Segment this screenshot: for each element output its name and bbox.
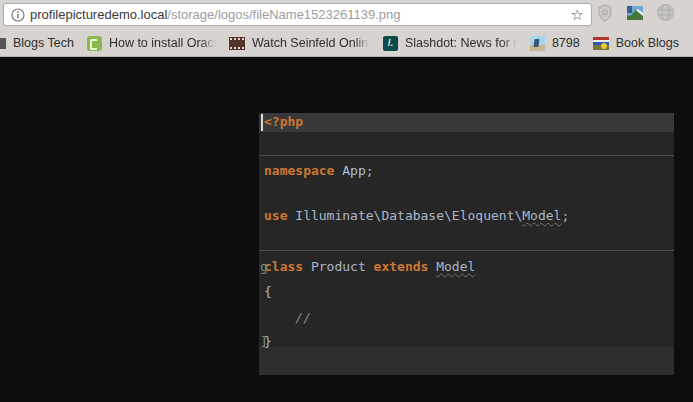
bookmark-label: Book Blogs (616, 36, 679, 50)
bookmark-8798[interactable]: 8798 (530, 36, 580, 51)
square-favicon-icon (0, 38, 6, 49)
code-line-4: { (264, 283, 674, 301)
bookmark-how-to-install-oracle[interactable]: How to install Oracle (87, 36, 216, 51)
bookmark-slashdot-news[interactable]: /.Slashdot: News for n (383, 36, 517, 51)
url-host: profilepicturedemo.local (30, 7, 167, 22)
bookmark-label: Slashdot: News for n (405, 36, 517, 50)
code-line-3: gclass Product extends Model (264, 258, 674, 276)
bookmark-blogs-tech[interactable]: Blogs Tech (0, 36, 74, 50)
url-text[interactable]: profilepicturedemo.local/storage/logos/f… (30, 7, 401, 22)
code-image: <?phpnamespace App;use Illuminate\Databa… (259, 113, 674, 375)
clipped-text-fragment: g (260, 258, 268, 276)
bookmark-label: Watch Seinfeld Onlin (252, 36, 370, 50)
stripes-favicon-icon (593, 37, 609, 50)
film-favicon-icon (229, 37, 245, 50)
extension-icons (597, 0, 674, 29)
photo-extension-icon[interactable] (627, 6, 643, 24)
separator-line (259, 250, 674, 251)
code-line-5: // (264, 309, 674, 327)
clipped-text-fragment: ] (260, 333, 268, 351)
bookmark-label: Blogs Tech (13, 36, 74, 50)
page-info-icon[interactable] (11, 8, 25, 22)
shield-extension-icon[interactable] (597, 4, 613, 26)
bookmark-watch-seinfeld-online[interactable]: Watch Seinfeld Onlin (229, 36, 370, 50)
page-content: <?phpnamespace App;use Illuminate\Databa… (0, 58, 693, 402)
bookmark-star-icon[interactable]: ☆ (571, 7, 584, 22)
text-cursor (261, 114, 263, 131)
code-line-0: <?php (264, 113, 674, 131)
bookmark-label: How to install Oracle (109, 36, 216, 50)
code-line-1: namespace App; (264, 162, 674, 180)
code-line-2: use Illuminate\Database\Eloquent\Model; (264, 207, 674, 225)
mint-favicon-icon (87, 36, 102, 51)
separator-line (259, 155, 674, 156)
code-line-6: ]} (264, 333, 674, 351)
globe-extension-icon[interactable] (657, 4, 674, 25)
bookmarks-bar: Blogs TechHow to install OracleWatch Sei… (0, 29, 693, 57)
editor-bottom-strip (259, 347, 674, 375)
address-bar[interactable]: profilepicturedemo.local/storage/logos/f… (3, 3, 592, 26)
slashdot-favicon-icon: /. (383, 36, 398, 51)
bookmark-book-blogs[interactable]: Book Blogs (593, 36, 679, 50)
url-path: /storage/logos/fileName1523261139.png (167, 7, 400, 22)
photofav-favicon-icon (530, 36, 545, 51)
bookmark-label: 8798 (552, 36, 580, 50)
